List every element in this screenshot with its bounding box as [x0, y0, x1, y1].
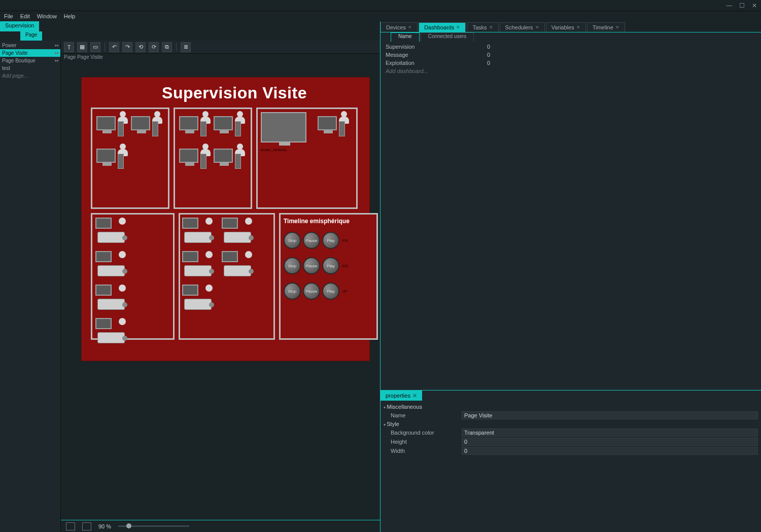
close-icon[interactable]: ✕	[408, 25, 412, 30]
device-group[interactable]	[174, 108, 252, 209]
dashboard-name: Add dashboard...	[386, 68, 487, 74]
projector-icon[interactable]	[222, 218, 258, 248]
projector-icon[interactable]	[222, 251, 258, 281]
prop-value-bgcolor[interactable]: Transparent	[462, 429, 758, 437]
workstation-icon[interactable]	[213, 112, 244, 141]
close-icon[interactable]: ✕	[489, 25, 493, 30]
cinema-screen-icon[interactable]	[261, 112, 306, 143]
tab-properties[interactable]: properties✕	[380, 391, 422, 401]
dashboard-add[interactable]: Add dashboard...	[380, 67, 761, 75]
subtab-connected-users[interactable]: Connected users	[421, 32, 474, 42]
workstation-icon[interactable]	[95, 145, 127, 174]
rotate-left-icon[interactable]: ⟲	[135, 42, 146, 52]
text-tool-icon[interactable]: T	[64, 42, 74, 52]
page-item-test[interactable]: test	[0, 64, 60, 72]
play-button[interactable]: Play	[322, 257, 339, 274]
pause-button[interactable]: Pause	[303, 282, 320, 300]
image-tool-icon[interactable]: ▦	[77, 42, 87, 52]
projector-icon[interactable]	[95, 218, 132, 248]
page-item-page-boutique[interactable]: Page Boutique●●	[0, 57, 60, 64]
zoom-thumb[interactable]	[126, 523, 131, 528]
workstation-icon[interactable]	[95, 112, 127, 141]
tab-tasks[interactable]: Tasks✕	[467, 22, 498, 32]
play-button[interactable]: Play	[322, 282, 339, 300]
page-item-label: Page Visite	[2, 50, 27, 56]
prop-row: Height 0	[384, 437, 758, 446]
stop-button[interactable]: Stop	[284, 232, 301, 249]
close-icon[interactable]: ✕	[456, 25, 460, 30]
rotate-right-icon[interactable]: ⟳	[149, 42, 159, 52]
tab-label: Tasks	[472, 24, 487, 30]
close-icon[interactable]: ✕	[412, 393, 417, 399]
prop-row: Width 0	[384, 446, 758, 455]
menu-help[interactable]: Help	[64, 13, 76, 19]
prop-key: Name	[391, 412, 462, 418]
properties-panel: properties✕ Miscellaneous Name Page Visi…	[380, 390, 761, 532]
close-icon[interactable]: ✕	[615, 25, 619, 30]
pause-button[interactable]: Pause	[303, 232, 320, 249]
workstation-icon[interactable]	[213, 145, 244, 174]
projector-icon[interactable]	[182, 285, 219, 315]
device-group[interactable]	[91, 213, 175, 340]
page-item-label: Power	[2, 43, 16, 48]
tab-schedulers[interactable]: Schedulers✕	[500, 22, 545, 32]
prop-value-name[interactable]: Page Visite	[462, 411, 758, 419]
dashboard-row[interactable]: Exploitation0	[380, 59, 761, 67]
page-item-power[interactable]: Power●●	[0, 42, 60, 49]
workstation-icon[interactable]	[178, 112, 210, 141]
group-icon[interactable]: ⧉	[162, 42, 172, 52]
timeline-control-group[interactable]: Timeline emisphérique Stop Pause Play FR…	[279, 213, 378, 340]
tab-variables[interactable]: Variables✕	[546, 22, 586, 32]
subtab-page[interactable]: Page	[20, 31, 42, 41]
device-group[interactable]	[91, 108, 169, 209]
dashboard-canvas[interactable]: Supervision Visite	[81, 77, 370, 361]
layer-icon[interactable]: ≣	[181, 42, 191, 52]
prop-group-style[interactable]: Style	[384, 420, 758, 428]
tab-devices[interactable]: Devices✕	[380, 22, 418, 32]
dashboard-row[interactable]: Supervision0	[380, 43, 761, 51]
stop-button[interactable]: Stop	[284, 282, 301, 300]
workstation-icon[interactable]	[130, 112, 161, 141]
shape-tool-icon[interactable]: ▭	[90, 42, 100, 52]
undo-icon[interactable]: ↶	[109, 42, 119, 52]
close-icon[interactable]: ✕	[535, 25, 539, 30]
projector-icon[interactable]	[182, 251, 219, 281]
projector-icon[interactable]	[95, 318, 132, 348]
workstation-icon[interactable]	[317, 112, 348, 141]
dashboard-row[interactable]: Message0	[380, 51, 761, 59]
tab-label: properties	[386, 393, 410, 399]
prop-value-width[interactable]: 0	[462, 447, 758, 455]
page-item-add[interactable]: Add page...	[0, 72, 60, 80]
prop-group-misc[interactable]: Miscellaneous	[384, 403, 758, 411]
timeline-lang-label: EN	[342, 264, 348, 268]
window-titlebar: — ☐ ✕	[0, 0, 761, 11]
tab-dashboards[interactable]: Dashboards✕	[419, 22, 466, 32]
stop-button[interactable]: Stop	[284, 257, 301, 274]
menu-edit[interactable]: Edit	[20, 13, 30, 19]
tab-supervision[interactable]: Supervision	[0, 21, 40, 31]
device-group[interactable]	[179, 213, 275, 340]
projector-icon[interactable]	[95, 285, 132, 315]
menu-window[interactable]: Window	[37, 13, 57, 19]
close-icon[interactable]: ✕	[576, 25, 580, 30]
projector-icon[interactable]	[182, 218, 219, 248]
window-maximize-button[interactable]: ☐	[739, 2, 745, 9]
device-group[interactable]: écran_cinéma	[256, 108, 358, 209]
pause-button[interactable]: Pause	[303, 257, 320, 274]
play-button[interactable]: Play	[322, 232, 339, 249]
projector-icon[interactable]	[95, 251, 132, 281]
fit-view-icon[interactable]	[66, 522, 75, 530]
redo-icon[interactable]: ↷	[122, 42, 132, 52]
prop-value-height[interactable]: 0	[462, 438, 758, 446]
menu-file[interactable]: File	[4, 13, 13, 19]
workstation-icon[interactable]	[178, 145, 210, 174]
subtab-name[interactable]: Name	[391, 32, 420, 42]
zoom-slider[interactable]	[118, 525, 189, 527]
tab-label: Devices	[386, 24, 406, 30]
tab-timeline[interactable]: Timeline✕	[587, 22, 625, 32]
window-minimize-button[interactable]: —	[726, 2, 732, 9]
canvas-viewport[interactable]: Supervision Visite	[61, 62, 380, 520]
actual-size-icon[interactable]	[82, 522, 91, 530]
window-close-button[interactable]: ✕	[752, 2, 757, 9]
page-item-page-visite[interactable]: Page Visite●●	[0, 49, 60, 57]
